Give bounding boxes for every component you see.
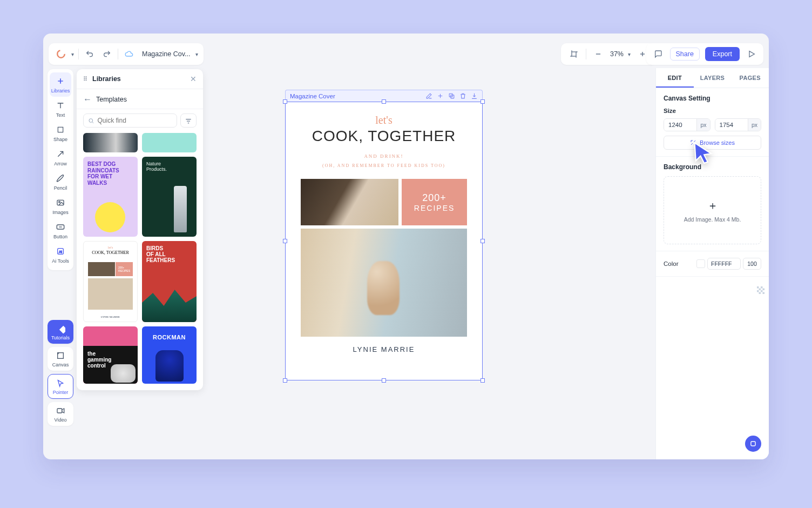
width-input-wrap: px [664, 118, 710, 131]
svg-rect-33 [761, 286, 763, 289]
canvas-name[interactable]: Magazine Cover [290, 93, 335, 99]
svg-line-23 [92, 122, 93, 123]
color-hex-input[interactable] [707, 258, 741, 270]
tab-pages[interactable]: PAGES [731, 68, 769, 88]
color-opacity-input[interactable] [743, 258, 761, 270]
section-background: Background [664, 163, 761, 171]
share-button[interactable]: Share [670, 48, 700, 61]
browse-sizes-button[interactable]: Browse sizes [664, 136, 761, 150]
undo-button[interactable] [83, 48, 96, 61]
tool-button[interactable]: Button [50, 218, 71, 243]
resize-handle[interactable] [481, 239, 485, 243]
cloud-sync-icon[interactable] [123, 48, 136, 61]
resize-handle[interactable] [283, 378, 287, 383]
tab-edit[interactable]: EDIT [656, 68, 694, 88]
svg-rect-34 [759, 289, 761, 291]
template-thumb[interactable]: ROCKMAN [142, 326, 197, 384]
search-input[interactable] [98, 117, 172, 124]
canvas-delete-icon[interactable] [459, 92, 466, 99]
tool-pencil[interactable]: Pencil [50, 170, 71, 194]
zoom-out-button[interactable] [592, 48, 605, 61]
template-grid: BEST DOGRAINCOATSFOR WETWALKS NatureProd… [77, 133, 203, 390]
square-icon [55, 124, 66, 135]
canvas-edit-icon[interactable] [425, 92, 432, 99]
svg-rect-41 [751, 442, 755, 446]
tool-shape[interactable]: Shape [50, 121, 71, 145]
svg-point-0 [57, 50, 65, 58]
template-thumb[interactable]: NatureProducts. [142, 157, 197, 237]
tool-pointer[interactable]: Pointer [48, 374, 73, 399]
plus-icon [55, 76, 66, 86]
search-input-wrap[interactable] [83, 113, 177, 128]
libraries-panel: ⠿Libraries ✕ ← Templates BEST DOGRAINCOA… [77, 69, 203, 390]
back-button[interactable]: ← [83, 95, 92, 104]
cover-image-1 [301, 179, 398, 225]
text-icon [55, 100, 66, 111]
tool-ai[interactable]: AI Ai Tools [50, 243, 71, 267]
tool-arrow[interactable]: Arrow [50, 145, 71, 170]
crop-frame-button[interactable] [567, 48, 580, 61]
template-thumb[interactable]: BEST DOGRAINCOATSFOR WETWALKS [83, 157, 138, 237]
resize-handle[interactable] [283, 239, 287, 243]
template-thumb[interactable] [83, 133, 138, 152]
tab-layers[interactable]: LAYERS [694, 68, 732, 88]
resize-handle[interactable] [481, 99, 485, 104]
cover-subtitle-1: AND DRINK! [301, 153, 467, 159]
color-swatch[interactable] [696, 259, 705, 268]
filter-button[interactable] [180, 113, 197, 128]
canvas-artboard[interactable]: let's COOK, TOGETHER AND DRINK! (OH, AND… [285, 102, 483, 380]
export-button[interactable]: Export [705, 47, 740, 61]
svg-point-11 [59, 201, 60, 203]
arrow-icon [55, 149, 66, 159]
chevron-down-icon[interactable]: ▾ [195, 51, 198, 57]
help-fab[interactable] [745, 436, 761, 452]
svg-rect-16 [59, 326, 65, 333]
canvas-download-icon[interactable] [471, 92, 478, 99]
drag-grip-icon[interactable]: ⠿ [83, 76, 88, 83]
tool-libraries[interactable]: Libraries [50, 72, 71, 97]
background-dropzone[interactable]: ＋ Add Image. Max 4 Mb. [664, 176, 761, 244]
svg-rect-8 [58, 127, 63, 132]
svg-rect-32 [757, 286, 759, 289]
transparency-icon[interactable] [757, 286, 764, 294]
resize-handle[interactable] [481, 378, 485, 383]
cover-image-2 [301, 229, 467, 337]
resize-handle[interactable] [283, 99, 287, 104]
redo-button[interactable] [100, 48, 113, 61]
right-panel: EDIT LAYERS PAGES Canvas Setting Size px… [655, 68, 769, 459]
divider [586, 49, 586, 59]
template-thumb[interactable]: BIRDSOF ALLFEATHERS [142, 241, 197, 322]
template-thumb[interactable] [142, 133, 197, 152]
chevron-down-icon[interactable]: ▾ [628, 51, 631, 57]
width-input[interactable] [664, 119, 696, 131]
zoom-cluster: 37% ▾ [561, 43, 655, 65]
canvas-copy-icon[interactable] [448, 92, 455, 99]
template-thumb[interactable]: let's COOK, TOGETHER 200+RECIPES LYNIE M… [83, 241, 138, 322]
template-thumb[interactable]: thegammingcontrol [83, 326, 138, 384]
chevron-down-icon[interactable]: ▾ [71, 51, 74, 57]
tool-images[interactable]: Images [50, 194, 71, 218]
tool-text[interactable]: Text [50, 97, 71, 121]
present-button[interactable] [745, 48, 758, 61]
svg-rect-20 [57, 409, 62, 413]
resize-icon [690, 139, 696, 146]
tool-video[interactable]: Video [48, 402, 73, 426]
divider [78, 49, 79, 59]
resize-handle[interactable] [382, 378, 386, 383]
resize-handle[interactable] [382, 99, 386, 104]
libraries-subtitle: Templates [96, 96, 127, 103]
tool-tutorials[interactable]: Tutorials [48, 320, 73, 344]
comment-button[interactable] [652, 48, 665, 61]
app-logo-menu[interactable] [54, 47, 68, 61]
close-panel-button[interactable]: ✕ [190, 75, 197, 83]
tool-canvas[interactable]: Canvas [48, 347, 73, 371]
height-input[interactable] [715, 119, 748, 131]
canvas-wrap: Magazine Cover let's COOK, TOGETHER AND … [285, 90, 483, 380]
app-window: ▾ Magazine Cov... ▾ 37% ▾ [43, 34, 769, 459]
canvas-add-icon[interactable] [437, 92, 444, 99]
svg-rect-35 [763, 289, 765, 291]
label-size: Size [664, 108, 761, 114]
zoom-level[interactable]: 37% [610, 50, 624, 58]
plus-icon: ＋ [707, 198, 718, 213]
document-name[interactable]: Magazine Cov... [142, 50, 190, 58]
